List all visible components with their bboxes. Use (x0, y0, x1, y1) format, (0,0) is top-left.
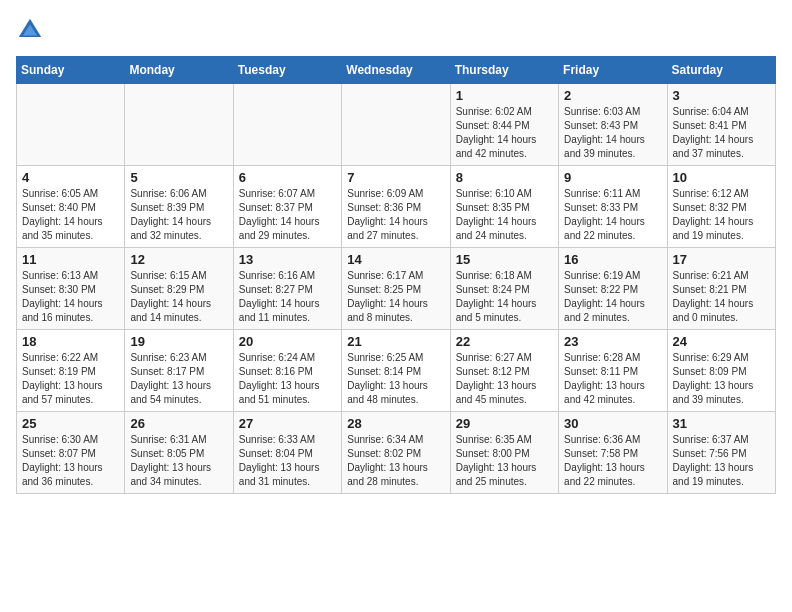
day-info: Sunrise: 6:07 AM Sunset: 8:37 PM Dayligh… (239, 187, 336, 243)
day-number: 21 (347, 334, 444, 349)
calendar-cell: 3Sunrise: 6:04 AM Sunset: 8:41 PM Daylig… (667, 84, 775, 166)
day-number: 12 (130, 252, 227, 267)
day-info: Sunrise: 6:03 AM Sunset: 8:43 PM Dayligh… (564, 105, 661, 161)
day-number: 14 (347, 252, 444, 267)
day-info: Sunrise: 6:09 AM Sunset: 8:36 PM Dayligh… (347, 187, 444, 243)
day-info: Sunrise: 6:27 AM Sunset: 8:12 PM Dayligh… (456, 351, 553, 407)
day-info: Sunrise: 6:15 AM Sunset: 8:29 PM Dayligh… (130, 269, 227, 325)
weekday-header-thursday: Thursday (450, 57, 558, 84)
day-info: Sunrise: 6:22 AM Sunset: 8:19 PM Dayligh… (22, 351, 119, 407)
day-info: Sunrise: 6:19 AM Sunset: 8:22 PM Dayligh… (564, 269, 661, 325)
day-info: Sunrise: 6:30 AM Sunset: 8:07 PM Dayligh… (22, 433, 119, 489)
day-number: 7 (347, 170, 444, 185)
calendar-cell: 2Sunrise: 6:03 AM Sunset: 8:43 PM Daylig… (559, 84, 667, 166)
calendar-cell: 22Sunrise: 6:27 AM Sunset: 8:12 PM Dayli… (450, 330, 558, 412)
weekday-header-row: SundayMondayTuesdayWednesdayThursdayFrid… (17, 57, 776, 84)
calendar-cell: 4Sunrise: 6:05 AM Sunset: 8:40 PM Daylig… (17, 166, 125, 248)
day-number: 19 (130, 334, 227, 349)
day-number: 24 (673, 334, 770, 349)
calendar-cell: 10Sunrise: 6:12 AM Sunset: 8:32 PM Dayli… (667, 166, 775, 248)
day-number: 30 (564, 416, 661, 431)
weekday-header-saturday: Saturday (667, 57, 775, 84)
day-number: 4 (22, 170, 119, 185)
calendar-cell: 18Sunrise: 6:22 AM Sunset: 8:19 PM Dayli… (17, 330, 125, 412)
calendar-cell: 23Sunrise: 6:28 AM Sunset: 8:11 PM Dayli… (559, 330, 667, 412)
day-info: Sunrise: 6:16 AM Sunset: 8:27 PM Dayligh… (239, 269, 336, 325)
day-number: 22 (456, 334, 553, 349)
day-number: 6 (239, 170, 336, 185)
logo-icon (16, 16, 44, 44)
day-number: 3 (673, 88, 770, 103)
day-info: Sunrise: 6:35 AM Sunset: 8:00 PM Dayligh… (456, 433, 553, 489)
day-number: 31 (673, 416, 770, 431)
day-number: 1 (456, 88, 553, 103)
day-number: 15 (456, 252, 553, 267)
calendar-cell: 6Sunrise: 6:07 AM Sunset: 8:37 PM Daylig… (233, 166, 341, 248)
calendar-cell: 8Sunrise: 6:10 AM Sunset: 8:35 PM Daylig… (450, 166, 558, 248)
calendar-week-row: 4Sunrise: 6:05 AM Sunset: 8:40 PM Daylig… (17, 166, 776, 248)
day-number: 9 (564, 170, 661, 185)
calendar-cell: 27Sunrise: 6:33 AM Sunset: 8:04 PM Dayli… (233, 412, 341, 494)
calendar-cell (17, 84, 125, 166)
calendar-cell: 17Sunrise: 6:21 AM Sunset: 8:21 PM Dayli… (667, 248, 775, 330)
calendar-cell: 16Sunrise: 6:19 AM Sunset: 8:22 PM Dayli… (559, 248, 667, 330)
calendar-week-row: 1Sunrise: 6:02 AM Sunset: 8:44 PM Daylig… (17, 84, 776, 166)
day-number: 13 (239, 252, 336, 267)
calendar-cell (233, 84, 341, 166)
calendar-cell: 30Sunrise: 6:36 AM Sunset: 7:58 PM Dayli… (559, 412, 667, 494)
day-number: 25 (22, 416, 119, 431)
day-number: 8 (456, 170, 553, 185)
calendar-cell: 7Sunrise: 6:09 AM Sunset: 8:36 PM Daylig… (342, 166, 450, 248)
calendar-cell: 5Sunrise: 6:06 AM Sunset: 8:39 PM Daylig… (125, 166, 233, 248)
calendar-cell: 12Sunrise: 6:15 AM Sunset: 8:29 PM Dayli… (125, 248, 233, 330)
day-info: Sunrise: 6:02 AM Sunset: 8:44 PM Dayligh… (456, 105, 553, 161)
day-number: 17 (673, 252, 770, 267)
day-info: Sunrise: 6:04 AM Sunset: 8:41 PM Dayligh… (673, 105, 770, 161)
day-number: 16 (564, 252, 661, 267)
day-info: Sunrise: 6:18 AM Sunset: 8:24 PM Dayligh… (456, 269, 553, 325)
day-number: 11 (22, 252, 119, 267)
calendar-week-row: 11Sunrise: 6:13 AM Sunset: 8:30 PM Dayli… (17, 248, 776, 330)
day-info: Sunrise: 6:06 AM Sunset: 8:39 PM Dayligh… (130, 187, 227, 243)
day-number: 5 (130, 170, 227, 185)
calendar-week-row: 25Sunrise: 6:30 AM Sunset: 8:07 PM Dayli… (17, 412, 776, 494)
calendar-cell: 13Sunrise: 6:16 AM Sunset: 8:27 PM Dayli… (233, 248, 341, 330)
day-number: 18 (22, 334, 119, 349)
day-info: Sunrise: 6:17 AM Sunset: 8:25 PM Dayligh… (347, 269, 444, 325)
day-info: Sunrise: 6:31 AM Sunset: 8:05 PM Dayligh… (130, 433, 227, 489)
day-info: Sunrise: 6:37 AM Sunset: 7:56 PM Dayligh… (673, 433, 770, 489)
day-number: 26 (130, 416, 227, 431)
calendar-cell: 25Sunrise: 6:30 AM Sunset: 8:07 PM Dayli… (17, 412, 125, 494)
day-info: Sunrise: 6:24 AM Sunset: 8:16 PM Dayligh… (239, 351, 336, 407)
day-info: Sunrise: 6:36 AM Sunset: 7:58 PM Dayligh… (564, 433, 661, 489)
day-info: Sunrise: 6:29 AM Sunset: 8:09 PM Dayligh… (673, 351, 770, 407)
calendar-cell: 31Sunrise: 6:37 AM Sunset: 7:56 PM Dayli… (667, 412, 775, 494)
day-number: 23 (564, 334, 661, 349)
calendar-cell: 20Sunrise: 6:24 AM Sunset: 8:16 PM Dayli… (233, 330, 341, 412)
day-info: Sunrise: 6:33 AM Sunset: 8:04 PM Dayligh… (239, 433, 336, 489)
day-info: Sunrise: 6:25 AM Sunset: 8:14 PM Dayligh… (347, 351, 444, 407)
logo (16, 16, 48, 44)
day-info: Sunrise: 6:28 AM Sunset: 8:11 PM Dayligh… (564, 351, 661, 407)
weekday-header-monday: Monday (125, 57, 233, 84)
weekday-header-wednesday: Wednesday (342, 57, 450, 84)
calendar-cell: 11Sunrise: 6:13 AM Sunset: 8:30 PM Dayli… (17, 248, 125, 330)
weekday-header-tuesday: Tuesday (233, 57, 341, 84)
calendar-table: SundayMondayTuesdayWednesdayThursdayFrid… (16, 56, 776, 494)
day-info: Sunrise: 6:21 AM Sunset: 8:21 PM Dayligh… (673, 269, 770, 325)
calendar-cell: 14Sunrise: 6:17 AM Sunset: 8:25 PM Dayli… (342, 248, 450, 330)
day-number: 29 (456, 416, 553, 431)
calendar-cell: 15Sunrise: 6:18 AM Sunset: 8:24 PM Dayli… (450, 248, 558, 330)
day-number: 10 (673, 170, 770, 185)
calendar-cell: 24Sunrise: 6:29 AM Sunset: 8:09 PM Dayli… (667, 330, 775, 412)
weekday-header-sunday: Sunday (17, 57, 125, 84)
day-info: Sunrise: 6:13 AM Sunset: 8:30 PM Dayligh… (22, 269, 119, 325)
day-info: Sunrise: 6:05 AM Sunset: 8:40 PM Dayligh… (22, 187, 119, 243)
day-number: 2 (564, 88, 661, 103)
day-info: Sunrise: 6:11 AM Sunset: 8:33 PM Dayligh… (564, 187, 661, 243)
day-info: Sunrise: 6:12 AM Sunset: 8:32 PM Dayligh… (673, 187, 770, 243)
calendar-cell: 28Sunrise: 6:34 AM Sunset: 8:02 PM Dayli… (342, 412, 450, 494)
calendar-cell: 9Sunrise: 6:11 AM Sunset: 8:33 PM Daylig… (559, 166, 667, 248)
calendar-cell: 19Sunrise: 6:23 AM Sunset: 8:17 PM Dayli… (125, 330, 233, 412)
calendar-cell (342, 84, 450, 166)
